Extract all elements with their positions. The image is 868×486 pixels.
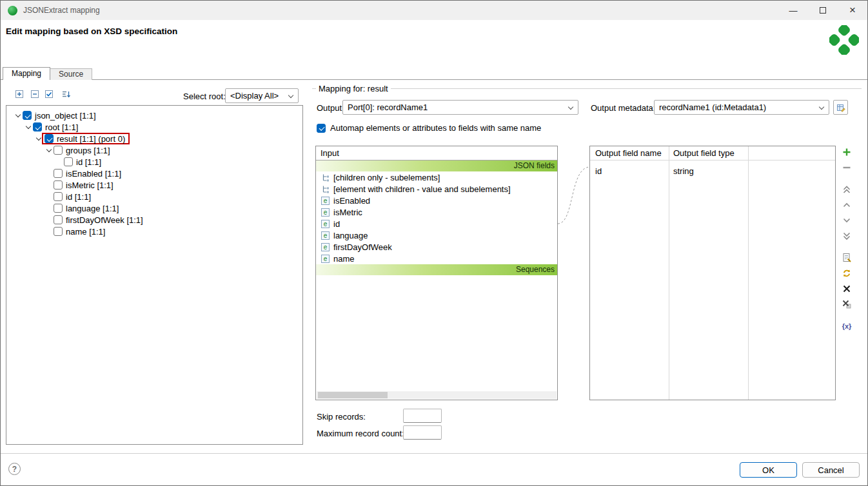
chevron-double-up-icon (842, 184, 852, 195)
expression-icon: {x} (842, 322, 852, 330)
tree-item[interactable]: groups [1:1] (6, 144, 302, 156)
output-metadata-combo[interactable]: recordName1 (id:Metadata1) (654, 100, 829, 115)
tree-order-button[interactable] (60, 88, 72, 100)
tree-checkbox[interactable] (54, 204, 63, 213)
input-field-item[interactable]: e language (316, 229, 557, 241)
sequences-band: Sequences (316, 264, 557, 275)
input-field-item[interactable]: e isEnabled (316, 195, 557, 206)
highlight-box: result [1:1] (port 0) (42, 133, 130, 144)
tree-checkbox[interactable] (33, 122, 42, 131)
tree-item[interactable]: name [1:1] (6, 226, 302, 237)
check-subtree-button[interactable] (43, 88, 55, 100)
input-field-item[interactable]: [element with children - value and subel… (316, 183, 557, 195)
edit-mapping-button[interactable] (841, 252, 853, 264)
output-fields-table: Output field name Output field type id s… (589, 146, 836, 400)
mapping-connector-line (555, 162, 593, 229)
input-field-item[interactable]: e isMetric (316, 206, 557, 218)
input-field-item[interactable]: e firstDayOfWeek (316, 241, 557, 253)
max-record-count-label: Maximum record count: (317, 429, 404, 438)
plus-icon (842, 147, 852, 157)
plus-box-icon (14, 89, 25, 99)
tree-item-label: name [1:1] (66, 227, 105, 237)
input-item-label: isEnabled (333, 196, 370, 206)
chevron-down-icon[interactable] (15, 112, 20, 117)
delete-mapping-button[interactable] (841, 283, 853, 295)
edit-metadata-icon (836, 102, 846, 113)
table-row[interactable]: id string (590, 164, 835, 177)
collapse-all-button[interactable] (29, 88, 41, 100)
chevron-down-icon (819, 104, 824, 110)
chevron-down-icon (842, 215, 852, 226)
tree-item[interactable]: firstDayOfWeek [1:1] (6, 214, 302, 226)
input-item-label: [children only - subelements] (333, 173, 440, 182)
column-divider (748, 146, 749, 400)
chevron-down-icon[interactable] (35, 135, 41, 140)
input-field-item[interactable]: e name (316, 253, 557, 264)
tree-item[interactable]: id [1:1] (6, 191, 302, 202)
tab-source[interactable]: Source (50, 68, 92, 80)
output-field-type: string (669, 166, 748, 176)
tree-item[interactable]: id [1:1] (6, 156, 302, 168)
expand-all-button[interactable] (14, 88, 25, 100)
scrollbar-thumb[interactable] (318, 392, 388, 398)
tree-item-selected[interactable]: result [1:1] (port 0) (6, 133, 302, 144)
dialog-heading: Edit mapping based on XSD specification (6, 26, 177, 36)
jsonextract-mapping-dialog: JSONExtract mapping — × Edit mapping bas… (0, 0, 868, 486)
expression-button[interactable]: {x} (841, 320, 853, 332)
move-bottom-button[interactable] (841, 230, 853, 242)
help-button[interactable]: ? (8, 463, 21, 475)
column-header-name: Output field name (590, 146, 669, 160)
skip-records-input[interactable] (403, 409, 442, 423)
tree-checkbox[interactable] (54, 180, 63, 190)
tree-item-label: result [1:1] (port 0) (57, 134, 125, 144)
tab-mapping[interactable]: Mapping (3, 67, 50, 80)
content-frame-border (1, 79, 867, 80)
ok-button[interactable]: OK (740, 462, 797, 478)
tree-checkbox[interactable] (54, 227, 63, 236)
move-down-button[interactable] (841, 215, 853, 226)
automap-checkbox[interactable] (317, 124, 326, 133)
max-record-count-input[interactable] (403, 425, 442, 440)
field-toolbar: {x} (841, 146, 853, 332)
move-top-button[interactable] (841, 184, 853, 195)
tree-checkbox[interactable] (23, 111, 32, 120)
minimize-button[interactable]: — (778, 1, 808, 20)
tree-checkbox[interactable] (64, 157, 73, 166)
skip-records-label: Skip records: (317, 412, 366, 422)
edit-metadata-button[interactable] (833, 100, 848, 115)
maximize-button[interactable] (808, 1, 838, 20)
table-header-row: Output field name Output field type (590, 146, 835, 160)
chevron-down-icon[interactable] (25, 123, 30, 128)
output-port-value: Port[0]: recordName1 (348, 102, 428, 112)
move-up-button[interactable] (841, 199, 853, 211)
close-button[interactable]: × (838, 1, 867, 20)
tree-item[interactable]: isEnabled [1:1] (6, 168, 302, 179)
add-field-button[interactable] (841, 146, 853, 158)
chevron-down-icon[interactable] (46, 146, 51, 151)
automap-label: Automap elements or attributes to fields… (330, 123, 541, 133)
tree-checkbox[interactable] (54, 215, 63, 224)
tree-item[interactable]: json_object [1:1] (6, 110, 302, 121)
input-field-item[interactable]: [children only - subelements] (316, 171, 557, 183)
input-item-label: isMetric (333, 208, 362, 217)
tree-checkbox[interactable] (44, 134, 54, 143)
tree-checkbox[interactable] (54, 146, 63, 155)
input-field-item[interactable]: e id (316, 218, 557, 229)
tree-checkbox[interactable] (54, 169, 63, 178)
tree-item[interactable]: root [1:1] (6, 121, 302, 133)
cancel-button[interactable]: Cancel (802, 462, 860, 478)
select-root-combo[interactable]: <Display All> (225, 88, 299, 103)
remove-field-button[interactable] (841, 162, 853, 173)
automap-button[interactable] (841, 267, 853, 279)
column-header-type: Output field type (669, 146, 748, 160)
chevron-double-down-icon (842, 231, 852, 241)
tree-item[interactable]: language [1:1] (6, 202, 302, 214)
output-port-combo[interactable]: Port[0]: recordName1 (342, 100, 578, 115)
tree-item[interactable]: isMetric [1:1] (6, 179, 302, 191)
structure-icon (321, 173, 330, 182)
tree-item-label: id [1:1] (66, 192, 91, 202)
clover-logo-icon (829, 25, 859, 55)
clear-mappings-button[interactable] (841, 298, 853, 310)
checkmark-box-icon (44, 89, 54, 99)
tree-checkbox[interactable] (54, 192, 63, 201)
